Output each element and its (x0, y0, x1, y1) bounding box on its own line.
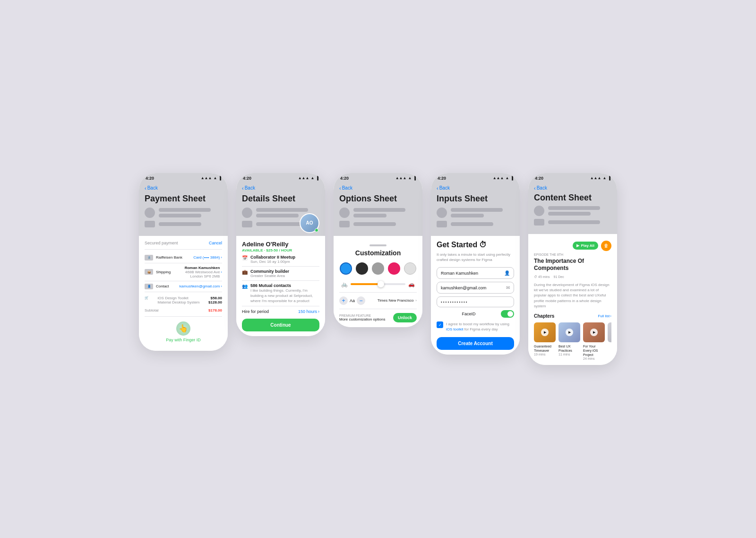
chapter-card-0[interactable]: ▶ Guaranteed Timesaver 19 mins (534, 322, 556, 360)
battery-2: ▐ (316, 176, 318, 180)
event-row: 📅 Collaborator II Meetup Sun, Dec 16 ay … (242, 252, 319, 267)
fingerprint-icon: 👆 (176, 321, 190, 336)
phone-inputs: 4:20 ▲▲▲ ▲ ▐ ‹ Back Inputs Sheet (431, 173, 520, 355)
time-1: 4:20 (146, 176, 154, 181)
bank-icon: 🏦 (145, 255, 153, 260)
toggle-thumb (507, 311, 513, 317)
slider-thumb[interactable] (378, 281, 384, 287)
contact-label: Contact (156, 284, 169, 288)
delete-btn[interactable]: 🗑 (601, 241, 611, 251)
item1-name: iOS Design Toolkit (158, 296, 200, 300)
gs-subtitle: It only takes a minute to start using pe… (437, 252, 514, 262)
password-input-field[interactable]: •••••••••••• (437, 296, 514, 307)
sheet-title-4: Inputs Sheet (437, 194, 514, 208)
hire-label: Hire for period (242, 309, 269, 314)
back-btn-5[interactable]: ‹ Back (534, 185, 547, 191)
sheet-title-3: Options Sheet (339, 194, 417, 208)
back-chevron-1: ‹ (145, 185, 146, 191)
nav-1: ‹ Back (145, 185, 222, 194)
chapter-card-3 (608, 322, 611, 360)
bio-text: I like building things. Currently, I'm b… (250, 288, 319, 304)
unlock-btn[interactable]: Unlock (393, 313, 417, 322)
item1-details: iOS Design Toolkit Material Desktop Syst… (158, 296, 200, 304)
contact-icon: 👤 (145, 284, 153, 289)
blur-line-1b1 (159, 222, 201, 226)
chapter-mins-1: 11 mins (558, 353, 580, 356)
checkbox-row: ✓ I agree to boost my workflow by using … (437, 321, 514, 332)
shipping-chevron: › (221, 270, 222, 274)
contact-email: kamushken@gmail.com (180, 284, 220, 288)
back-btn-4[interactable]: ‹ Back (437, 185, 450, 191)
font-plus-btn[interactable]: − (357, 296, 365, 305)
calendar-icon: 📅 (242, 255, 248, 260)
full-list-btn[interactable]: Full list › (598, 314, 611, 318)
car-icon: 🚗 (408, 281, 415, 287)
chapter-thumb-3 (608, 322, 611, 342)
faceid-row: FaceID (437, 310, 514, 318)
contact-value: kamushken@gmail.com › (180, 284, 222, 288)
status-bar-1: 4:20 ▲▲▲ ▲ ▐ (139, 173, 228, 182)
wifi-2: ▲ (310, 176, 314, 180)
color-pink[interactable] (388, 262, 400, 275)
profile-header: AO Adeline O'Reilly AVAILABLE · $25-50 /… (242, 241, 319, 252)
email-icon: ✉ (506, 285, 510, 290)
subtotal-value: $178.00 (208, 308, 222, 312)
blur-lines-1a (159, 208, 222, 217)
status-bar-5: 4:20 ▲▲▲ ▲ ▐ (528, 173, 617, 182)
episode-label: EPISODE THE 8TH (534, 253, 611, 256)
blur-line-1a2 (159, 214, 201, 217)
status-icons-4: ▲▲▲ ▲ ▐ (493, 176, 513, 180)
phone-details: 4:20 ▲▲▲ ▲ ▐ ‹ Back Details Sheet (236, 173, 325, 337)
cancel-btn[interactable]: Cancel (209, 241, 222, 245)
chapters-header: Chapters Full list › (534, 313, 611, 319)
faceid-toggle[interactable] (501, 310, 514, 318)
name-input-field[interactable]: Roman Kamushken 👤 (437, 267, 514, 279)
play-overlay-0: ▶ (541, 329, 549, 336)
back-btn-3[interactable]: ‹ Back (339, 185, 352, 191)
sheet-title-5: Content Sheet (534, 193, 611, 206)
color-blue[interactable] (340, 262, 352, 275)
sheet-content-3: Customization 🚲 🚗 + Aa (334, 236, 422, 327)
chapter-name-0: Guaranteed Timesaver (534, 344, 556, 353)
fingerprint-area[interactable]: 👆 Pay with Finger ID (145, 317, 222, 346)
play-all-btn[interactable]: ▶ Play All (573, 242, 598, 250)
chapter-thumb-1: ▶ (558, 322, 580, 342)
font-minus-btn[interactable]: + (339, 296, 348, 305)
faceid-label: FaceID (462, 312, 475, 316)
top-blur-4: ‹ Back Inputs Sheet (431, 182, 520, 236)
slider-track[interactable] (351, 283, 405, 285)
agree-checkbox[interactable]: ✓ (437, 321, 443, 328)
color-gray[interactable] (372, 262, 384, 275)
email-input-field[interactable]: kamushken@gmail.com ✉ (437, 282, 514, 294)
slider-row: 🚲 🚗 (339, 281, 417, 287)
top-blur-1: ‹ Back Payment Sheet (139, 182, 228, 236)
hire-value[interactable]: 150 hours › (298, 309, 319, 314)
mutual-row: 👥 586 Mutual contacts I like building th… (242, 281, 319, 307)
cart-icon-area: 🛒 (145, 296, 149, 300)
name-input-text: Roman Kamushken (441, 271, 478, 276)
battery-icon-1: ▐ (218, 176, 221, 180)
create-btn[interactable]: Create Account (437, 337, 514, 350)
back-btn-2[interactable]: ‹ Back (242, 185, 255, 191)
sheet-content-5: ▶ Play All 🗑 EPISODE THE 8TH The Importa… (528, 234, 617, 365)
back-btn-1[interactable]: ‹ Back (145, 185, 158, 191)
chapter-card-1[interactable]: ▶ Best UX Practices 11 mins (558, 322, 580, 360)
chapter-name-1: Best UX Practices (558, 344, 580, 353)
item1-price: $58.00 (208, 296, 222, 300)
status-icons-5: ▲▲▲ ▲ ▐ (590, 176, 610, 180)
shipping-label: Shipping (156, 270, 171, 274)
online-dot (315, 228, 318, 232)
sheet-handle (369, 244, 387, 246)
shipping-addr: 468B Westwood Ave (185, 270, 220, 274)
chapter-card-2[interactable]: ▶ For Your Every iOS Project 24 mins (583, 322, 605, 360)
continue-btn[interactable]: Continue (242, 319, 319, 331)
color-light[interactable] (404, 262, 416, 275)
trash-icon: 🗑 (604, 243, 609, 248)
clock-icon-5: ⏱ (534, 275, 537, 278)
agree-link[interactable]: iOS toolkit (446, 327, 463, 331)
top-blur-3: ‹ Back Options Sheet (334, 182, 422, 236)
top-blur-5: ‹ Back Content Sheet (528, 182, 617, 234)
profile-availability: AVAILABLE · $25-50 / HOUR (242, 248, 319, 252)
nav-2: ‹ Back (242, 185, 319, 194)
color-dark[interactable] (356, 262, 368, 275)
